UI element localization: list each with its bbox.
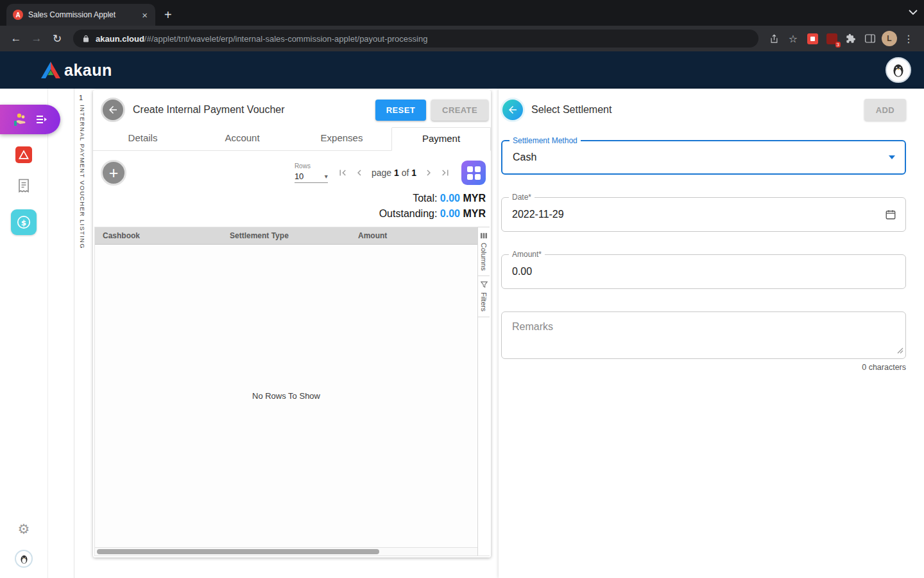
pdf-icon: [18, 150, 30, 160]
arrow-left-icon: [507, 104, 518, 116]
rows-label: Rows: [295, 162, 328, 170]
rows-per-page-select[interactable]: Rows 10 ▾: [295, 162, 328, 183]
listing-title-vertical: INTERNAL PAYMENT VOUCHER LISTING: [79, 105, 86, 249]
tab-title: Sales Commission Applet: [28, 10, 135, 19]
date-input[interactable]: [502, 209, 885, 220]
extension-icon[interactable]: [803, 30, 821, 48]
voucher-panel: Create Internal Payment Voucher RESET CR…: [93, 90, 491, 557]
new-tab-button[interactable]: +: [164, 8, 172, 21]
outstanding-value: 0.00: [440, 208, 460, 219]
browser-profile-avatar[interactable]: L: [880, 30, 898, 48]
grid-empty-state: No Rows To Show: [95, 245, 477, 547]
browser-menu-kebab-icon[interactable]: ⋮: [900, 30, 918, 48]
page-total: 1: [411, 168, 416, 178]
bookmark-star-icon[interactable]: ☆: [784, 30, 802, 48]
settings-gear-icon[interactable]: ⚙: [18, 522, 30, 536]
sidebar-bottom: ⚙: [15, 522, 33, 578]
user-avatar[interactable]: [886, 57, 911, 83]
svg-text:$: $: [21, 218, 26, 227]
settlement-back-button[interactable]: [501, 98, 525, 122]
tab-details[interactable]: Details: [93, 127, 193, 150]
url-text: akaun.cloud/#/applet/tnt/wavelet/erp/int…: [96, 34, 427, 44]
amount-input[interactable]: [502, 266, 905, 277]
voucher-back-button[interactable]: [101, 98, 125, 122]
browser-forward-icon[interactable]: →: [27, 32, 46, 45]
browser-back-icon[interactable]: ←: [6, 32, 26, 45]
date-field[interactable]: Date*: [501, 197, 906, 232]
add-payment-button[interactable]: +: [101, 160, 126, 186]
columns-panel-tab[interactable]: Columns: [478, 227, 490, 276]
payment-grid: Cashbook Settlement Type Amount No Rows …: [93, 227, 491, 557]
sidebar: $ ⚙: [0, 89, 48, 578]
tab-account[interactable]: Account: [193, 127, 292, 150]
first-page-button[interactable]: [336, 165, 350, 180]
horizontal-scrollbar[interactable]: [95, 547, 477, 556]
date-label: Date*: [509, 193, 535, 202]
listing-label-strip: 1 INTERNAL PAYMENT VOUCHER LISTING: [48, 89, 93, 578]
penguin-icon: [19, 554, 30, 565]
tab-payment[interactable]: Payment: [391, 127, 491, 151]
column-header-settlement-type[interactable]: Settlement Type: [222, 227, 350, 244]
grid-side-strip: Columns Filters: [477, 227, 490, 556]
settlement-method-select[interactable]: Settlement Method: [501, 140, 906, 175]
settlement-title: Select Settlement: [531, 104, 612, 116]
prev-page-button[interactable]: [352, 165, 366, 180]
content-area: $ ⚙ 1 INTERNAL PAYMENT VOUCHER LISTING C…: [0, 89, 924, 578]
remarks-field[interactable]: [501, 311, 906, 359]
penguin-icon: [890, 62, 907, 78]
browser-toolbar: ← → ↻ akaun.cloud/#/applet/tnt/wavelet/e…: [0, 26, 924, 51]
listing-label-column[interactable]: 1 INTERNAL PAYMENT VOUCHER LISTING: [74, 89, 93, 578]
column-header-cashbook[interactable]: Cashbook: [95, 227, 222, 244]
grid-layout-button[interactable]: [461, 161, 486, 185]
tab-search-chevron-icon[interactable]: [909, 6, 918, 18]
sidebar-item-journal[interactable]: [17, 179, 30, 195]
amount-label: Amount*: [509, 250, 545, 259]
calendar-icon[interactable]: [885, 209, 896, 220]
remarks-textarea[interactable]: [502, 312, 905, 358]
browser-reload-icon[interactable]: ↻: [47, 32, 67, 46]
tab-close-icon[interactable]: ×: [141, 10, 149, 21]
outstanding-currency: MYR: [463, 208, 486, 219]
share-icon[interactable]: [765, 30, 783, 48]
hand-coins-icon: [13, 111, 30, 128]
tab-expenses[interactable]: Expenses: [292, 127, 391, 150]
next-page-button[interactable]: [422, 165, 436, 180]
listing-index: 1: [79, 94, 83, 101]
outstanding-line: Outstanding: 0.00 MYR: [93, 206, 486, 222]
settlement-method-label: Settlement Method: [509, 136, 581, 145]
applet-drawer-pill[interactable]: [0, 105, 60, 134]
total-value: 0.00: [440, 193, 460, 204]
grid-icon: [467, 166, 473, 172]
last-page-button[interactable]: [438, 165, 452, 180]
extensions-puzzle-icon[interactable]: [842, 30, 860, 48]
akaun-logo: akaun: [41, 61, 112, 80]
reset-button[interactable]: RESET: [375, 100, 426, 121]
resize-handle-icon[interactable]: [897, 345, 903, 356]
sidebar-item-pdf[interactable]: [15, 146, 32, 163]
filters-panel-tab[interactable]: Filters: [478, 276, 490, 317]
scrollbar-thumb[interactable]: [97, 549, 379, 554]
extension-badge-icon[interactable]: 3: [823, 30, 841, 48]
total-currency: MYR: [463, 193, 486, 204]
create-button[interactable]: CREATE: [431, 100, 488, 121]
side-panel-icon[interactable]: [861, 30, 879, 48]
rows-value: 10: [295, 171, 304, 181]
chevron-down-icon: ▾: [325, 173, 328, 180]
sidebar-item-payout-active[interactable]: $: [11, 209, 37, 235]
amount-field[interactable]: Amount*: [501, 254, 906, 289]
no-rows-text: No Rows To Show: [252, 391, 320, 401]
url-bar[interactable]: akaun.cloud/#/applet/tnt/wavelet/erp/int…: [73, 30, 758, 48]
browser-tab[interactable]: A Sales Commission Applet ×: [6, 4, 155, 26]
add-settlement-button[interactable]: ADD: [864, 99, 906, 121]
tab-favicon-icon: A: [13, 10, 23, 20]
url-path: /#/applet/tnt/wavelet/erp/internal-sales…: [144, 34, 428, 44]
logo-text: akaun: [64, 61, 112, 80]
remarks-char-count: 0 characters: [501, 363, 906, 372]
settlement-method-value[interactable]: [502, 152, 889, 163]
url-domain: akaun.cloud: [96, 34, 144, 44]
settlement-form: Settlement Method Date* Amount*: [501, 140, 906, 372]
arrow-left-icon: [107, 104, 119, 116]
sidebar-penguin-avatar[interactable]: [15, 550, 33, 568]
column-header-amount[interactable]: Amount: [350, 227, 477, 244]
filter-funnel-icon: [481, 281, 488, 288]
